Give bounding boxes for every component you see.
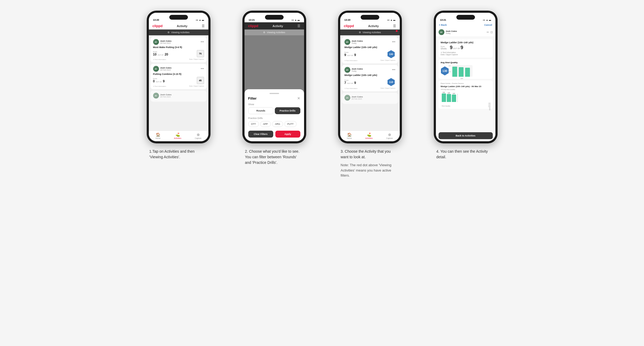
user-name-4: Josh Coles xyxy=(446,30,457,32)
battery-icon-1: ▬ xyxy=(202,19,204,21)
user-date-1-1: 28 Feb 2023 xyxy=(160,42,172,44)
phone-4: 13:21 ▪▪▪ ▲ ▬ < Back Cancel JC Josh xyxy=(434,11,498,143)
phone-1: 13:20 ▪▪▪ ▲ ▬ clippd Activity ☰ ⚙ View xyxy=(147,11,211,143)
score-val-3-2: 7 xyxy=(344,81,346,85)
toggle-practice-drills[interactable]: Practice Drills xyxy=(275,107,300,114)
card-title-3-2: Wedge Ladder (100–140 yds) xyxy=(344,74,395,76)
phone-column-4: 13:21 ▪▪▪ ▲ ▬ < Back Cancel JC Josh xyxy=(423,11,508,178)
user-date-3-3: 28 Feb 2023 xyxy=(352,98,363,100)
score-val-1-2: 0 xyxy=(153,79,155,83)
modal-buttons: Clear Filters Apply xyxy=(248,131,300,138)
expand-icon-4[interactable]: ⊡ xyxy=(490,31,493,34)
filter-modal: Filter ✕ Show Rounds Practice Drills Pra… xyxy=(245,89,304,141)
chart-label-4: APP xyxy=(451,78,473,79)
session-card-4: Player Activity › Practice Session Wedge… xyxy=(439,80,493,109)
bottom-nav-activities-1[interactable]: ⛳ Activities xyxy=(174,133,182,139)
status-icons-3: ▪▪▪ ▲ ▬ xyxy=(387,19,395,21)
chart-bar-2 xyxy=(459,67,464,77)
phone-column-1: 13:20 ▪▪▪ ▲ ▬ clippd Activity ☰ ⚙ View xyxy=(136,11,221,178)
score-val-3-1: 9 xyxy=(344,53,346,57)
shot-quality-axis-4: Shot Quality xyxy=(441,105,491,107)
detail-user-row-4: JC Josh Coles Today ✏ ⊡ xyxy=(436,28,495,37)
more-dots-3-2[interactable]: ••• xyxy=(392,68,395,72)
phone-column-3: 13:20 ▪▪▪ ▲ ▬ clippd Activity ☰ ⚙ Viewin… xyxy=(327,11,413,178)
time-1: 13:20 xyxy=(153,19,159,21)
footer-right-3-2: Data: Clippd Capture xyxy=(380,87,395,89)
avg-sq-card-4: Avg Shot Quality 130 130 100 xyxy=(439,59,493,79)
sub-drill-title-4: Wedge Ladder (100–140 yds) - 06 Mar 23 xyxy=(441,85,491,88)
more-dots-1-1[interactable]: ••• xyxy=(201,40,204,44)
card-title-1-1: Must Make Putting (3-6 ft) xyxy=(153,46,204,49)
test-info-4: ⊙ Test Information xyxy=(441,52,491,54)
wifi-icon-1: ▲ xyxy=(199,19,201,21)
shots-val-1-2: 9 xyxy=(163,79,165,83)
chart-bar-3 xyxy=(465,68,470,77)
capture-icon-1: ⊕ xyxy=(197,133,200,137)
edit-icon-4[interactable]: ✏ xyxy=(487,31,489,34)
bottom-nav-home-1[interactable]: 🏠 Home xyxy=(155,133,161,139)
sq-badge-1-2: 45 xyxy=(197,77,204,84)
back-button-4[interactable]: < Back xyxy=(439,24,447,26)
bottom-nav-home-3[interactable]: 🏠 Home xyxy=(347,133,352,139)
user-name-3-2: Josh Coles xyxy=(352,68,363,70)
logo-2: clippd xyxy=(248,24,258,28)
modal-close-icon[interactable]: ✕ xyxy=(297,96,300,100)
activity-card-1-2[interactable]: JC Josh Coles 28 Feb 2023 ••• Putting Co… xyxy=(150,64,207,89)
caption-3-note: Note: The red dot above 'Viewing Activit… xyxy=(341,163,399,178)
avatar-1-2: JC xyxy=(153,66,159,72)
activity-card-3-2[interactable]: JC Josh Coles Today ••• Wedge Ladder (10… xyxy=(342,65,398,91)
card-title-1-2: Putting Combine (3-15 ft) xyxy=(153,73,204,75)
cancel-button-4[interactable]: Cancel xyxy=(484,24,492,26)
app-nav-2: clippd Activity ☰ xyxy=(245,22,304,29)
footer-right-3-1: Data: Clippd Capture xyxy=(380,59,395,61)
filter-bar-1[interactable]: ⚙ Viewing Activities xyxy=(149,29,208,35)
wifi-icon-2: ▲ xyxy=(295,19,297,21)
footer-left-3-2: ⊙ Test Information xyxy=(344,87,357,89)
activity-card-1-3: JC Josh Coles 28 Feb 2023 xyxy=(150,91,207,102)
avg-sq-title-4: Avg Shot Quality xyxy=(441,61,491,64)
home-icon-1: 🏠 xyxy=(156,133,160,137)
bottom-nav-capture-1[interactable]: ⊕ Capture xyxy=(195,133,201,139)
toggle-rounds[interactable]: Rounds xyxy=(248,107,274,114)
sub-sq-label-4: ⟶ Avg Shot Quality xyxy=(441,88,491,90)
phone-column-2: 13:21 ▪▪▪ ▲ ▬ clippd Activity ☰ ⚙ View xyxy=(232,11,317,178)
clear-filters-button[interactable]: Clear Filters xyxy=(248,131,273,138)
menu-icon-3[interactable]: ☰ xyxy=(393,24,396,28)
caption-3-main: 3. Choose the Activity that you want to … xyxy=(341,149,399,160)
caption-2: 2. Choose what you'd like to see. You ca… xyxy=(245,149,304,165)
bottom-nav-activities-3[interactable]: ⛳ Activities xyxy=(365,133,373,139)
red-dot-3 xyxy=(396,30,398,32)
filter-bar-3[interactable]: ⚙ Viewing Activities xyxy=(340,29,400,35)
modal-title: Filter xyxy=(248,96,257,100)
menu-icon-2[interactable]: ☰ xyxy=(297,24,300,28)
avatar-3-1: JC xyxy=(344,39,350,45)
activities-icon-1: ⛳ xyxy=(175,133,180,137)
time-2: 13:21 xyxy=(249,19,255,21)
more-dots-3-1[interactable]: ••• xyxy=(392,40,395,44)
footer-right-1-2: Data: Clippd Capture xyxy=(189,85,204,87)
filter-tag-putt[interactable]: PUTT xyxy=(284,121,297,127)
detail-content-4: Wedge Ladder (100–140 yds) Score Shots 9… xyxy=(436,37,495,141)
back-to-activities-button[interactable]: Back to Activities xyxy=(439,132,493,139)
filter-tag-arg[interactable]: ARG xyxy=(272,121,283,127)
nav-title-2: Activity xyxy=(272,24,283,28)
status-icons-4: ▪▪▪ ▲ ▬ xyxy=(483,19,491,21)
signal-icon-3: ▪▪▪ xyxy=(387,19,390,21)
filter-tag-ott[interactable]: OTT xyxy=(248,121,259,127)
bottom-nav-capture-3[interactable]: ⊕ Capture xyxy=(386,133,393,139)
user-date-3-2: Today xyxy=(352,70,363,72)
signal-icon-4: ▪▪▪ xyxy=(483,19,485,21)
clippd-capture-4: Data: Clippd Capture xyxy=(441,54,491,55)
bottom-nav-3: 🏠 Home ⛳ Activities ⊕ Capture xyxy=(340,131,400,141)
user-name-3-1: Josh Coles xyxy=(352,40,363,42)
menu-icon-1[interactable]: ☰ xyxy=(202,24,205,28)
wifi-icon-4: ▲ xyxy=(486,19,488,21)
more-dots-1-2[interactable]: ••• xyxy=(201,67,204,71)
activity-card-3-1[interactable]: JC Josh Coles Today ••• Wedge Ladder (10… xyxy=(342,37,398,63)
filter-tag-app[interactable]: APP xyxy=(260,121,271,127)
activity-card-1-1[interactable]: JC Josh Coles 28 Feb 2023 ••• Must Make … xyxy=(150,37,207,62)
logo-3: clippd xyxy=(344,24,354,28)
battery-icon-2: ▬ xyxy=(298,19,300,21)
phone-3: 13:20 ▪▪▪ ▲ ▬ clippd Activity ☰ ⚙ Viewin… xyxy=(338,11,402,143)
apply-button[interactable]: Apply xyxy=(275,131,300,138)
